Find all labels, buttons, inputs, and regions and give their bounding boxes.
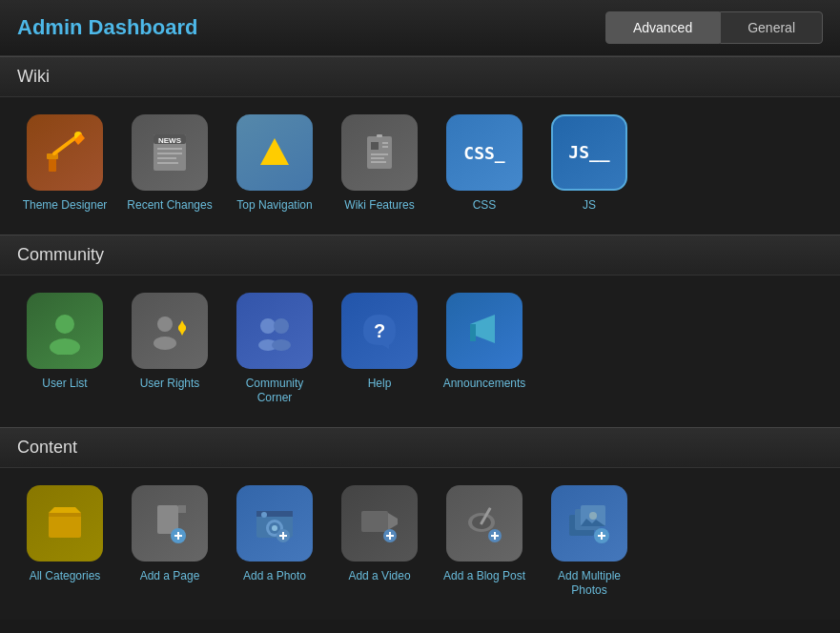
- sidebar-item-js[interactable]: JS__ JS: [542, 114, 637, 214]
- page-title: Admin Dashboard: [17, 15, 197, 40]
- help-label: Help: [368, 377, 392, 392]
- top-navigation-label: Top Navigation: [236, 198, 312, 214]
- sidebar-item-user-list[interactable]: User List: [17, 293, 113, 406]
- help-svg: ?: [356, 307, 403, 355]
- sidebar-item-help[interactable]: ? Help: [332, 293, 427, 406]
- sidebar-item-community-corner[interactable]: Community Corner: [227, 293, 322, 406]
- sidebar-item-top-navigation[interactable]: Top Navigation: [227, 114, 322, 214]
- sidebar-item-add-page[interactable]: Add a Page: [122, 485, 217, 599]
- add-multiple-photos-icon: [551, 485, 627, 562]
- svg-point-21: [55, 315, 74, 334]
- sidebar-item-recent-changes[interactable]: NEWS Recent Changes: [122, 114, 217, 214]
- add-page-svg: [146, 500, 194, 547]
- js-label: JS: [583, 198, 596, 214]
- header: Admin Dashboard Advanced General: [0, 0, 840, 56]
- svg-point-48: [261, 512, 267, 518]
- svg-rect-39: [178, 505, 186, 513]
- svg-text:?: ?: [374, 320, 385, 341]
- recent-changes-icon: NEWS: [132, 114, 208, 191]
- recent-changes-label: Recent Changes: [127, 198, 212, 214]
- svg-rect-16: [382, 146, 388, 148]
- svg-rect-0: [49, 157, 56, 172]
- svg-rect-56: [389, 532, 391, 540]
- svg-point-47: [272, 525, 277, 531]
- add-page-label: Add a Page: [140, 569, 200, 584]
- sidebar-item-user-rights[interactable]: User Rights: [122, 293, 217, 406]
- add-video-svg: [356, 500, 403, 547]
- user-rights-label: User Rights: [140, 377, 200, 392]
- wiki-features-icon: [341, 114, 418, 191]
- sidebar-item-css[interactable]: CSS_ CSS: [437, 114, 532, 214]
- svg-rect-62: [494, 532, 496, 540]
- tab-advanced[interactable]: Advanced: [605, 11, 720, 44]
- js-text: JS__: [568, 142, 609, 163]
- help-icon: ?: [341, 293, 418, 369]
- wiki-section: Wiki Theme Designer NEWS: [0, 56, 840, 235]
- add-photo-icon: [236, 485, 313, 562]
- add-multiple-photos-svg: [565, 500, 613, 547]
- svg-rect-1: [47, 153, 58, 159]
- community-section-header: Community: [0, 235, 840, 276]
- community-corner-icon: [236, 293, 313, 369]
- add-video-label: Add a Video: [348, 569, 410, 584]
- svg-point-66: [589, 512, 597, 520]
- add-photo-label: Add a Photo: [243, 569, 306, 584]
- tab-general[interactable]: General: [720, 11, 823, 44]
- sidebar-item-add-video[interactable]: Add a Video: [332, 485, 427, 599]
- svg-point-22: [50, 338, 80, 355]
- theme-designer-label: Theme Designer: [23, 198, 108, 214]
- wiki-features-label: Wiki Features: [344, 198, 414, 214]
- svg-rect-33: [470, 324, 476, 334]
- svg-point-26: [178, 324, 186, 332]
- svg-rect-42: [177, 532, 179, 540]
- sidebar-item-add-blog-post[interactable]: Add a Blog Post: [437, 485, 532, 599]
- css-icon: CSS_: [446, 114, 522, 191]
- svg-point-30: [272, 339, 291, 351]
- sidebar-item-wiki-features[interactable]: Wiki Features: [332, 114, 427, 214]
- wiki-features-svg: [356, 129, 403, 176]
- svg-rect-13: [367, 136, 392, 169]
- all-categories-icon: [27, 485, 103, 562]
- svg-rect-34: [470, 334, 476, 341]
- top-navigation-svg: [251, 129, 298, 176]
- top-navigation-icon: [236, 114, 313, 191]
- user-list-icon: [27, 293, 103, 369]
- css-text: CSS_: [463, 143, 504, 163]
- community-corner-svg: [251, 307, 298, 355]
- svg-rect-18: [371, 157, 384, 159]
- wiki-section-header: Wiki: [0, 56, 840, 97]
- community-section: Community User List User Rights: [0, 235, 840, 427]
- sidebar-item-theme-designer[interactable]: Theme Designer: [17, 114, 113, 214]
- svg-rect-8: [157, 148, 182, 150]
- wiki-section-content: Theme Designer NEWS Recent Changes: [0, 97, 840, 235]
- user-list-svg: [41, 307, 89, 355]
- sidebar-item-all-categories[interactable]: All Categories: [17, 485, 113, 599]
- svg-rect-51: [282, 532, 284, 540]
- svg-rect-10: [157, 157, 176, 159]
- add-blog-post-icon: [446, 485, 522, 562]
- community-section-content: User List User Rights: [0, 276, 840, 427]
- announcements-icon: [446, 293, 522, 369]
- svg-marker-12: [260, 138, 289, 165]
- svg-marker-53: [388, 513, 398, 530]
- add-page-icon: [132, 485, 208, 562]
- community-corner-label: Community Corner: [227, 377, 322, 406]
- svg-point-28: [274, 318, 289, 334]
- add-video-icon: [341, 485, 418, 562]
- sidebar-item-add-photo[interactable]: Add a Photo: [227, 485, 322, 599]
- content-section-content: All Categories Add a Page: [0, 468, 840, 620]
- all-categories-svg: [41, 500, 89, 547]
- svg-rect-14: [371, 142, 379, 150]
- svg-rect-9: [157, 153, 182, 154]
- content-section-header: Content: [0, 427, 840, 468]
- sidebar-item-add-multiple-photos[interactable]: Add Multiple Photos: [542, 485, 637, 599]
- user-list-label: User List: [42, 377, 87, 392]
- svg-rect-20: [377, 134, 382, 137]
- svg-point-23: [157, 316, 173, 332]
- user-rights-icon: [132, 293, 208, 369]
- svg-rect-11: [157, 162, 178, 164]
- add-blog-post-label: Add a Blog Post: [443, 569, 525, 584]
- sidebar-item-announcements[interactable]: Announcements: [437, 293, 532, 406]
- add-multiple-photos-label: Add Multiple Photos: [542, 569, 637, 599]
- all-categories-label: All Categories: [30, 569, 101, 584]
